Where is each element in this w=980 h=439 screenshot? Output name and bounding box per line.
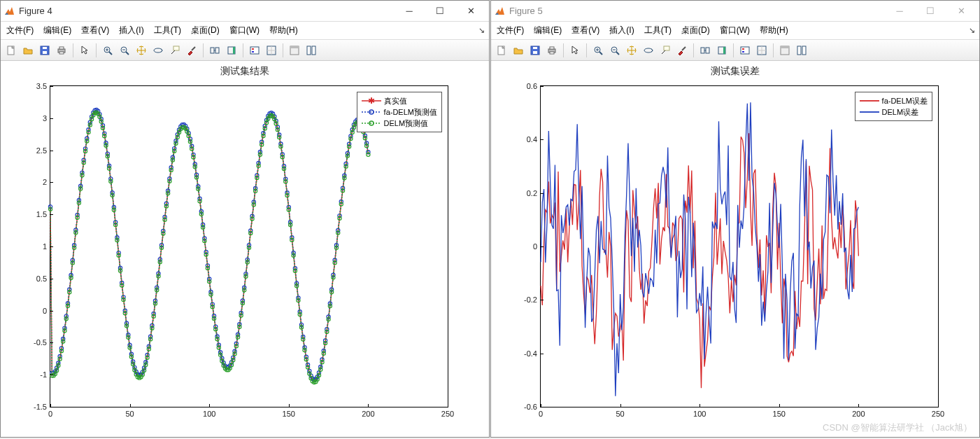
close-button[interactable]: ✕ xyxy=(455,1,486,21)
plot-title: 测试集结果 xyxy=(1,61,489,78)
data-cursor-icon[interactable] xyxy=(658,43,673,58)
menu-item[interactable]: 窗口(W) xyxy=(720,25,750,36)
svg-rect-673 xyxy=(797,46,801,55)
x-tick-label: 150 xyxy=(283,407,295,418)
dock-icon[interactable] xyxy=(777,43,793,58)
svg-rect-660 xyxy=(701,48,704,53)
svg-line-8 xyxy=(109,52,112,55)
svg-rect-657 xyxy=(664,46,669,50)
window-title: Figure 5 xyxy=(509,6,884,16)
rotate-3d-icon[interactable] xyxy=(641,43,656,58)
open-folder-icon[interactable] xyxy=(20,43,36,58)
window-buttons: ─ ☐ ✕ xyxy=(394,1,486,21)
toolbar-separator xyxy=(73,43,73,57)
menu-item[interactable]: 文件(F) xyxy=(497,25,524,36)
plot-title: 测试集误差 xyxy=(491,61,979,78)
svg-rect-18 xyxy=(211,48,214,53)
legend-item[interactable]: ✱真实值 xyxy=(362,95,437,106)
brush-icon[interactable] xyxy=(184,43,199,58)
menu-item[interactable]: 桌面(D) xyxy=(681,25,710,36)
rotate-3d-icon[interactable] xyxy=(150,43,166,58)
menu-item[interactable]: 帮助(H) xyxy=(269,25,298,36)
svg-rect-32 xyxy=(312,46,315,55)
print-icon[interactable] xyxy=(544,43,560,58)
brush-icon[interactable] xyxy=(674,43,690,58)
legend[interactable]: ✱真实值fa-DELM预测值DELM预测值 xyxy=(357,92,442,132)
menu-item[interactable]: 查看(V) xyxy=(571,25,599,36)
minimize-button[interactable]: ─ xyxy=(884,1,915,21)
x-tick-label: 100 xyxy=(203,407,215,418)
window-title: Figure 4 xyxy=(19,6,394,16)
y-tick-label: 1.5 xyxy=(36,210,50,218)
layout-icon[interactable] xyxy=(304,43,319,58)
toolbar-separator xyxy=(203,43,204,57)
menu-item[interactable]: 查看(V) xyxy=(81,25,109,36)
legend-item[interactable]: DELM预测值 xyxy=(362,118,437,129)
axes[interactable]: fa-DELM误差DELM误差 -0.6-0.4-0.200.20.40.605… xyxy=(540,85,939,407)
svg-rect-30 xyxy=(290,46,299,48)
y-tick-label: 2.5 xyxy=(36,146,50,155)
title-bar[interactable]: Figure 5 ─ ☐ ✕ xyxy=(491,1,979,22)
minimize-button[interactable]: ─ xyxy=(394,1,425,21)
menu-item[interactable]: 文件(F) xyxy=(6,25,34,36)
maximize-button[interactable]: ☐ xyxy=(425,1,455,21)
colorbar-icon[interactable] xyxy=(714,43,730,58)
save-icon[interactable] xyxy=(37,43,52,58)
dock-icon[interactable] xyxy=(287,43,302,58)
series-line xyxy=(50,113,368,383)
legend-swatch: ✱ xyxy=(362,97,381,105)
legend-item[interactable]: fa-DELM预测值 xyxy=(362,106,437,118)
svg-rect-6 xyxy=(59,52,64,54)
pan-icon[interactable] xyxy=(134,43,149,58)
link-axes-icon[interactable] xyxy=(697,43,713,58)
toggle-grid-icon[interactable] xyxy=(754,43,769,58)
link-axes-icon[interactable] xyxy=(207,43,222,58)
menu-bar: 文件(F)编辑(E)查看(V)插入(I)工具(T)桌面(D)窗口(W)帮助(H)… xyxy=(491,22,979,40)
svg-line-650 xyxy=(599,52,602,55)
menu-overflow-icon[interactable]: ↘ xyxy=(969,26,975,35)
pointer-icon[interactable] xyxy=(77,43,92,58)
title-bar[interactable]: Figure 4 ─ ☐ ✕ xyxy=(1,1,489,22)
series-line xyxy=(50,110,368,379)
zoom-in-icon[interactable] xyxy=(100,43,115,58)
layout-icon[interactable] xyxy=(794,43,809,58)
legend[interactable]: fa-DELM误差DELM误差 xyxy=(855,92,932,121)
svg-rect-647 xyxy=(550,47,554,49)
print-icon[interactable] xyxy=(54,43,69,58)
menu-item[interactable]: 编辑(E) xyxy=(534,25,562,36)
menu-item[interactable]: 工具(T) xyxy=(154,25,181,36)
legend-label: 真实值 xyxy=(384,95,407,106)
menu-item[interactable]: 桌面(D) xyxy=(191,25,220,36)
open-folder-icon[interactable] xyxy=(511,43,526,58)
legend-item[interactable]: DELM误差 xyxy=(860,106,928,118)
plot-canvas xyxy=(50,86,448,407)
new-file-icon[interactable] xyxy=(3,43,19,58)
menu-item[interactable]: 窗口(W) xyxy=(229,25,260,36)
toggle-grid-icon[interactable] xyxy=(264,43,279,58)
x-tick-label: 250 xyxy=(932,407,944,418)
toolbar xyxy=(1,40,489,61)
insert-legend-icon[interactable] xyxy=(247,43,262,58)
menu-item[interactable]: 插入(I) xyxy=(119,25,143,36)
maximize-button[interactable]: ☐ xyxy=(915,1,946,21)
menu-item[interactable]: 插入(I) xyxy=(609,25,634,36)
data-cursor-icon[interactable] xyxy=(167,43,183,58)
close-button[interactable]: ✕ xyxy=(946,1,977,21)
menu-item[interactable]: 编辑(E) xyxy=(43,25,71,36)
svg-rect-644 xyxy=(533,51,537,54)
pan-icon[interactable] xyxy=(624,43,639,58)
insert-legend-icon[interactable] xyxy=(737,43,753,58)
pointer-icon[interactable] xyxy=(567,43,583,58)
legend-item[interactable]: fa-DELM误差 xyxy=(860,95,928,106)
zoom-out-icon[interactable] xyxy=(117,43,132,58)
zoom-out-icon[interactable] xyxy=(607,43,623,58)
menu-item[interactable]: 工具(T) xyxy=(644,25,672,36)
zoom-in-icon[interactable] xyxy=(590,43,606,58)
axes[interactable]: ✱真实值fa-DELM预测值DELM预测值 -1.5-1-0.500.511.5… xyxy=(50,85,448,407)
save-icon[interactable] xyxy=(527,43,543,58)
colorbar-icon[interactable] xyxy=(224,43,239,58)
menu-item[interactable]: 帮助(H) xyxy=(760,25,788,36)
new-file-icon[interactable] xyxy=(494,43,509,58)
menu-overflow-icon[interactable]: ↘ xyxy=(478,26,485,35)
toolbar-separator xyxy=(733,43,734,57)
